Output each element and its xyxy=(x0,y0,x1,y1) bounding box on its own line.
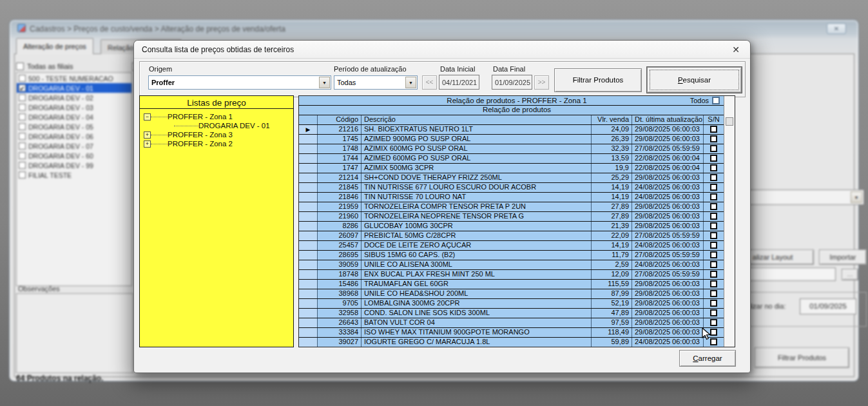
branch-checkbox[interactable] xyxy=(19,152,26,159)
branch-list[interactable]: 500 - TESTE NUMERACAO✔DROGARIA DEV - 01D… xyxy=(16,72,132,286)
row-checkbox[interactable] xyxy=(710,300,717,307)
grid-vertical-scrollbar[interactable] xyxy=(724,96,735,347)
sidebar-branch-item[interactable]: DROGARIA DEV - 03 xyxy=(17,102,131,112)
background-combobox[interactable]: ▼ xyxy=(738,189,864,205)
importar-button[interactable]: Importar xyxy=(819,249,867,265)
scrollbar-thumb[interactable] xyxy=(726,117,733,126)
row-checkbox[interactable] xyxy=(710,155,717,162)
collapse-icon[interactable]: − xyxy=(144,113,151,121)
row-checkbox[interactable] xyxy=(710,319,717,326)
table-row[interactable]: 28695SIBUS 15MG 60 CAPS. (B2)11,7927/08/… xyxy=(299,251,735,260)
table-row[interactable]: 21214SH+COND DOVE THERAPY FRIZZ 250ML25,… xyxy=(299,173,735,183)
branch-checkbox[interactable] xyxy=(19,113,26,121)
row-checkbox[interactable] xyxy=(710,251,717,258)
table-row[interactable]: 39059UNILE CO ALISENA 300ML2,5924/08/202… xyxy=(299,260,735,270)
branch-checkbox[interactable] xyxy=(19,133,26,140)
previous-period-button[interactable]: << xyxy=(422,75,437,90)
branch-checkbox[interactable] xyxy=(19,162,26,169)
table-row[interactable]: 1747AZIMIX 500MG 3CPR19,922/08/2025 06:0… xyxy=(299,164,735,173)
sidebar-branch-item[interactable]: DROGARIA DEV - 04 xyxy=(17,112,131,122)
carregar-button[interactable]: Carregar xyxy=(679,350,736,367)
sidebar-branch-item[interactable]: 500 - TESTE NUMERACAO xyxy=(17,73,131,83)
branch-checkbox[interactable] xyxy=(19,123,26,130)
table-row[interactable]: 38968UNILE CO HEAD&SHOU 200ML87,9929/08/… xyxy=(299,289,735,299)
row-checkbox[interactable] xyxy=(710,174,717,181)
dialog-close-icon[interactable]: ✕ xyxy=(728,43,744,56)
next-period-button[interactable]: >> xyxy=(534,75,549,90)
branch-checkbox[interactable] xyxy=(19,104,26,111)
table-row[interactable]: 15486TRAUMAFLAN GEL 60GR115,5929/08/2025… xyxy=(299,280,735,289)
table-row[interactable]: 33384ISO WHEY MAX TITANIUM 900GPOTE MORA… xyxy=(299,328,735,338)
tab-alteracao-de-precos[interactable]: Alteração de preços xyxy=(16,38,93,54)
branch-checkbox[interactable] xyxy=(19,171,26,179)
data-inicial-input[interactable]: 04/11/2021 xyxy=(439,75,479,90)
row-checkbox[interactable] xyxy=(710,145,717,152)
branch-checkbox[interactable] xyxy=(19,75,26,82)
row-checkbox[interactable] xyxy=(710,261,717,268)
sidebar-branch-item[interactable]: DROGARIA DEV - 60 xyxy=(17,151,131,160)
row-checkbox[interactable] xyxy=(710,232,717,239)
table-row[interactable]: 26643BATON VULT COR 0497,5929/08/2025 06… xyxy=(299,318,735,328)
row-checkbox[interactable] xyxy=(710,290,717,297)
table-row[interactable]: 26097PREBICTAL 50MG C/28CPR22,0927/08/20… xyxy=(299,231,735,241)
tree-node[interactable]: +PROFFER - Zona 3 xyxy=(140,130,293,139)
sidebar-branch-item[interactable]: DROGARIA DEV - 05 xyxy=(17,122,131,131)
row-checkbox[interactable] xyxy=(710,135,717,142)
branch-checkbox[interactable] xyxy=(19,142,26,150)
tree-node[interactable]: +PROFFER - Zona 2 xyxy=(140,139,293,148)
todas-as-filiais-row[interactable]: Todas as filiais xyxy=(16,61,132,72)
row-checkbox[interactable] xyxy=(710,184,717,191)
chevron-down-icon[interactable]: ▼ xyxy=(319,77,330,88)
table-row[interactable]: 32958COND. SALON LINE SOS KIDS 300ML47,8… xyxy=(299,309,735,318)
row-checkbox[interactable] xyxy=(710,271,717,278)
periodo-combobox[interactable]: Todas ▼ xyxy=(334,75,418,90)
table-row[interactable]: 1745AZIMED 900MG PO SUSP ORAL26,3929/08/… xyxy=(299,135,735,144)
table-row[interactable]: 18748ENX BUCAL PLAX FRESH MINT 250 ML12,… xyxy=(299,270,735,280)
chevron-down-icon[interactable]: ▼ xyxy=(405,77,416,88)
row-checkbox[interactable] xyxy=(710,164,717,171)
todos-row[interactable]: Todos xyxy=(690,96,720,105)
filtrar-produtos-background-button[interactable]: Filtrar Produtos xyxy=(755,347,849,368)
row-checkbox[interactable] xyxy=(710,193,717,200)
data-final-input[interactable]: 01/09/2025 xyxy=(492,75,532,90)
expand-icon[interactable]: + xyxy=(144,131,151,139)
grid-body[interactable]: ▶21216SH. BIOEXTRATUS NEUTRO 1LT24,0929/… xyxy=(299,125,735,347)
chevron-down-icon[interactable]: ▼ xyxy=(851,191,862,203)
tree-node[interactable]: −PROFFER - Zona 1 xyxy=(140,112,293,121)
sidebar-branch-item[interactable]: DROGARIA DEV - 06 xyxy=(17,131,131,141)
app-close-icon[interactable]: ✕ xyxy=(827,23,846,34)
table-row[interactable]: 21845TIN NUTRISSE 677 LOURO ESCURO DOUR … xyxy=(299,183,735,193)
sidebar-branch-item[interactable]: DROGARIA DEV - 02 xyxy=(17,93,131,102)
table-row[interactable]: ▶21216SH. BIOEXTRATUS NEUTRO 1LT24,0929/… xyxy=(299,125,735,135)
table-row[interactable]: 8286GLUCOBAY 100MG 30CPR21,3929/08/2025 … xyxy=(299,222,735,231)
row-checkbox[interactable] xyxy=(710,213,717,220)
table-row[interactable]: 21960TORNOZELEIRA NEOPRENE TENSOR PRETA … xyxy=(299,212,735,222)
todos-checkbox[interactable] xyxy=(712,97,720,104)
price-list-tree[interactable]: −PROFFER - Zona 1DROGARIA DEV - 01+PROFF… xyxy=(140,109,293,148)
expand-icon[interactable]: + xyxy=(144,140,151,148)
filtrar-produtos-button[interactable]: Filtrar Produtos xyxy=(554,68,642,92)
branch-checkbox[interactable] xyxy=(19,94,26,101)
row-checkbox[interactable] xyxy=(710,242,717,249)
table-row[interactable]: 25457DOCE DE LEITE ZERO AÇUCAR14,1924/08… xyxy=(299,241,735,251)
row-checkbox[interactable] xyxy=(710,126,717,133)
table-row[interactable]: 1744AZIMED 600MG PO SUSP ORAL13,5922/08/… xyxy=(299,154,735,164)
observacoes-textarea[interactable] xyxy=(16,293,133,373)
row-checkbox[interactable] xyxy=(710,222,717,229)
sidebar-branch-item[interactable]: ✔DROGARIA DEV - 01 xyxy=(17,83,131,93)
table-row[interactable]: 1748AZIMIX 600MG PO SUSP ORAL32,3927/08/… xyxy=(299,144,735,154)
row-checkbox[interactable] xyxy=(710,309,717,316)
todas-as-filiais-checkbox[interactable] xyxy=(16,63,24,70)
table-row[interactable]: 9705LOMBALGINA 300MG 20CPR52,1929/08/202… xyxy=(299,299,735,309)
pesquisar-button[interactable]: Pesquisar xyxy=(647,67,742,93)
sidebar-branch-item[interactable]: FILIAL TESTE xyxy=(17,170,131,180)
table-row[interactable]: 21959TORNOZELEIRA COMPR TENSOR PRETA P 2… xyxy=(299,202,735,212)
table-row[interactable]: 39027IOGURTE GREGO C/ MARACUJA 1.8L59,89… xyxy=(299,338,735,347)
tree-node[interactable]: DROGARIA DEV - 01 xyxy=(140,121,293,130)
table-row[interactable]: 21846TIN NUTRISSE 70 LOURO NAT14,1924/08… xyxy=(299,193,735,202)
branch-checkbox[interactable]: ✔ xyxy=(19,84,26,92)
browse-button[interactable]: ... xyxy=(842,269,858,280)
update-date-input[interactable]: 01/09/2025 xyxy=(800,298,856,314)
sidebar-branch-item[interactable]: DROGARIA DEV - 07 xyxy=(17,141,131,151)
origem-combobox[interactable]: Proffer ▼ xyxy=(148,75,331,90)
